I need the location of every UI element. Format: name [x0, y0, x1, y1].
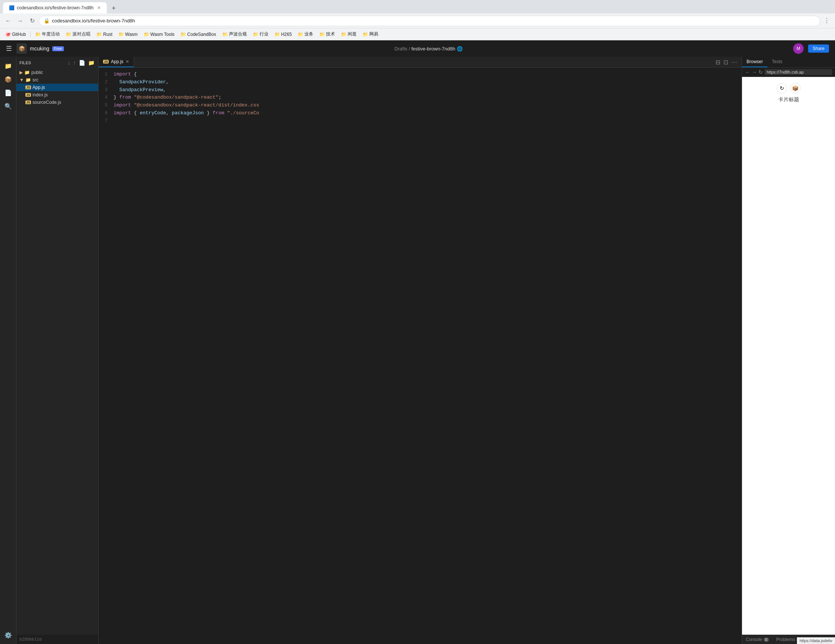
browser-forward-btn[interactable]: → [752, 69, 757, 75]
file-item-public[interactable]: ▶ 📁 public [16, 69, 98, 76]
browser-console-tab[interactable]: Console 0 [742, 635, 773, 644]
browser-toolbar: ← → ↻ [742, 68, 835, 77]
browser-tab-tests[interactable]: Tests [767, 57, 787, 67]
browser-panel-tabs: Browser Tests [742, 57, 835, 68]
bookmark-annual[interactable]: 📁年度活动 [33, 30, 62, 38]
bookmark-netease[interactable]: 📁网易 [361, 30, 380, 38]
sidebar-icon-new-file[interactable]: 📄 [2, 87, 14, 99]
folder-icon-img: 📁 [24, 70, 30, 75]
code-line-1: 1 import { [99, 71, 742, 78]
bookmark-wasm-tools[interactable]: 📁Wasm Tools [141, 31, 177, 38]
ide-logo: 📦 [16, 43, 27, 54]
bookmark-leisure[interactable]: 📁闲逛 [339, 30, 359, 38]
forward-button[interactable]: → [15, 16, 25, 26]
browser-reload-btn[interactable]: ↻ [759, 69, 763, 75]
sidebar-icon-search[interactable]: 🔍 [2, 100, 14, 112]
line-content: import "@codesandbox/sandpack-react/dist… [114, 102, 742, 109]
status-bar-id: b289bb11d [16, 635, 98, 644]
line-number: 6 [99, 110, 114, 117]
ide-brand-name: mcuking [30, 46, 49, 52]
bookmark-rust[interactable]: 📁Rust [94, 31, 115, 38]
file-item-src[interactable]: ▼ 📁 src [16, 76, 98, 84]
split-editor-btn[interactable]: ⊟ [715, 59, 720, 66]
code-line-3: 3 SandpackPreview, [99, 86, 742, 94]
line-content: import { [114, 71, 742, 78]
code-editor: 1 import { 2 SandpackProvider, 3 Sandpac… [99, 68, 742, 644]
line-number: 3 [99, 87, 114, 94]
code-line-7: 7 [99, 117, 742, 125]
new-tab-btn[interactable]: + [108, 3, 119, 13]
folder-icon: ▶ [19, 70, 23, 75]
line-number: 7 [99, 118, 114, 125]
ide-avatar[interactable]: M [793, 43, 804, 54]
new-folder-btn[interactable]: 📁 [88, 59, 95, 67]
back-button[interactable]: ← [3, 16, 13, 26]
file-item-sourcecodejs[interactable]: JS sourceCode.js [16, 99, 98, 106]
bookmark-business[interactable]: 📁业务 [296, 30, 315, 38]
ide-free-badge: Free [52, 46, 64, 51]
file-item-indexjs[interactable]: JS index.js [16, 91, 98, 99]
sidebar-icon-npm[interactable]: 📦 [2, 73, 14, 85]
js-icon: JS [25, 86, 31, 89]
line-number: 2 [99, 79, 114, 86]
editor-tab-appjs[interactable]: JS App.js ✕ [99, 57, 134, 67]
code-line-5: 5 import "@codesandbox/sandpack-react/di… [99, 102, 742, 109]
browser-tab-browser[interactable]: Browser [742, 57, 767, 67]
bookmark-tech[interactable]: 📁技术 [317, 30, 337, 38]
extension-btn[interactable]: ⋮ [822, 16, 832, 26]
line-content: SandpackProvider, [114, 78, 742, 86]
line-content: import { entryCode, packageJson } from "… [114, 109, 742, 117]
bookmarks-bar: 🐙GitHub 📁年度活动 📁派对点唱 📁Rust 📁Wasm 📁Wasm To… [0, 28, 835, 40]
preview-refresh-btn[interactable]: ↻ [777, 83, 787, 93]
bookmark-h265[interactable]: 📁H265 [272, 31, 294, 38]
browser-url-input[interactable] [764, 69, 832, 75]
line-content: } from "@codesandbox/sandpack-react"; [114, 94, 742, 102]
code-line-6: 6 import { entryCode, packageJson } from… [99, 109, 742, 117]
address-bar[interactable]: 🔒 codesandbox.io/s/festive-brown-7nd8h [39, 16, 820, 26]
line-content [114, 117, 742, 125]
sort-up-btn[interactable]: ↑ [72, 59, 76, 67]
file-name: public [31, 70, 43, 75]
tab-close-icon[interactable]: ✕ [125, 59, 129, 64]
bookmark-sound[interactable]: 📁声波合规 [220, 30, 249, 38]
sidebar-icon-explorer[interactable]: 📁 [2, 60, 14, 72]
sidebar-icon-settings[interactable]: ⚙️ [2, 629, 14, 641]
address-text: codesandbox.io/s/festive-brown-7nd8h [52, 18, 135, 24]
chrome-tab-bar: 🟦 codesandbox.io/s/festive-brown-7nd8h ✕… [0, 0, 835, 13]
file-item-appjs[interactable]: JS App.js [16, 84, 98, 91]
bookmark-github[interactable]: 🐙GitHub [3, 31, 28, 38]
file-panel: Files ↓ ↑ 📄 📁 ▶ 📁 public ▼ 📁 src [16, 57, 99, 644]
new-file-btn[interactable]: 📄 [78, 59, 86, 67]
preview-cube-btn[interactable]: 📦 [790, 83, 801, 93]
line-number: 1 [99, 71, 114, 78]
line-number: 5 [99, 102, 114, 109]
folder-icon-img: 📁 [25, 77, 31, 83]
tab-close-icon[interactable]: ✕ [97, 5, 101, 10]
line-content: SandpackPreview, [114, 86, 742, 94]
bookmark-wasm[interactable]: 📁Wasm [116, 31, 140, 38]
js-tab-icon: JS [103, 60, 109, 63]
file-panel-header: Files ↓ ↑ 📄 📁 [16, 57, 98, 69]
ide-action-btn[interactable]: Share [808, 44, 829, 53]
reload-button[interactable]: ↻ [27, 16, 37, 26]
file-name: src [32, 77, 39, 83]
ide-title: Drafts / festive-brown-7nd8h 🌐 [68, 46, 789, 52]
bookmark-party[interactable]: 📁派对点唱 [63, 30, 93, 38]
active-tab[interactable]: 🟦 codesandbox.io/s/festive-brown-7nd8h ✕ [3, 2, 107, 13]
more-btn[interactable]: ⋯ [731, 59, 737, 66]
bookmark-industry[interactable]: 📁行业 [250, 30, 271, 38]
browser-panel: Browser Tests ← → ↻ ↻ 📦 卡片标题 [742, 57, 835, 644]
file-name: App.js [32, 85, 45, 90]
sort-down-btn[interactable]: ↓ [67, 59, 71, 67]
bookmark-codesandbox[interactable]: 📁CodeSandBox [178, 31, 218, 38]
maximize-btn[interactable]: ⊡ [723, 59, 728, 66]
editor-tabs: JS App.js ✕ ⊟ ⊡ ⋯ [99, 57, 742, 68]
file-panel-title: Files [19, 60, 31, 65]
preview-icons: ↻ 📦 [777, 83, 801, 93]
browser-back-btn[interactable]: ← [745, 69, 750, 75]
ide-body: 📁 📦 📄 🔍 ⚙️ Files ↓ ↑ 📄 📁 ▶ 📁 [0, 57, 835, 644]
console-badge: 0 [764, 637, 769, 642]
hamburger-menu[interactable]: ☰ [6, 44, 12, 53]
line-number: 4 [99, 94, 114, 101]
file-panel-actions: ↓ ↑ 📄 📁 [67, 59, 95, 67]
